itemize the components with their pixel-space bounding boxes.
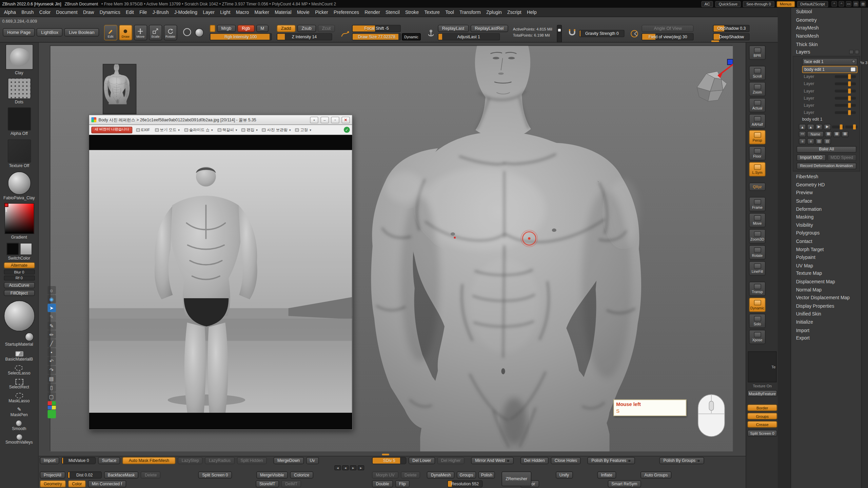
tray-notch[interactable] <box>382 454 389 455</box>
polyframe-button[interactable]: LineFill <box>749 261 766 276</box>
replay-last-rel-button[interactable]: ReplayLastRel <box>470 25 508 32</box>
palette-section[interactable]: Displacement Map <box>791 278 861 286</box>
mergedown-button[interactable]: MergeDown <box>274 457 304 464</box>
startup-material-sphere[interactable] <box>4 301 35 331</box>
palette-section[interactable]: NanoMesh <box>791 32 861 40</box>
menu-item[interactable]: Render <box>364 9 380 15</box>
alternate-toggle[interactable]: Alternate <box>4 262 35 268</box>
geometry-toggle[interactable]: Geometry <box>40 480 66 487</box>
menu-item[interactable]: Transform <box>459 9 481 15</box>
visibility-icon[interactable]: ◉ <box>47 295 56 303</box>
resolution-slider[interactable]: Resolution 552 <box>447 480 483 487</box>
basic-material-icon[interactable] <box>15 351 23 357</box>
flip-button[interactable]: Flip <box>395 480 410 487</box>
objshadow-slider[interactable]: ObjShadow 0.3 <box>713 25 750 32</box>
z-intensity-slider[interactable]: Z Intensity 14 <box>277 33 332 40</box>
layer-rows-icon[interactable]: ▤ <box>815 138 823 144</box>
morph-uv-button[interactable]: Morph UV <box>372 471 398 479</box>
main-color-swatch[interactable] <box>6 243 19 255</box>
see-through-slider[interactable]: See-through 0 <box>743 1 774 7</box>
clipboard-icon[interactable]: ▢ <box>47 392 56 401</box>
dynamesh-polish-toggle[interactable]: Polish <box>478 471 495 479</box>
uv-button[interactable]: Uv <box>306 457 319 464</box>
menu-item[interactable]: Light <box>220 9 230 15</box>
palette-section[interactable]: Polypaint <box>791 253 861 262</box>
brightness-icon[interactable]: ☼ <box>47 286 56 294</box>
layer-intensity-slider[interactable] <box>835 111 856 114</box>
layer-row-empty[interactable]: Layer <box>802 95 857 102</box>
zadd-toggle[interactable]: Zadd <box>277 25 296 32</box>
rotate-mode-button[interactable]: Rotate <box>164 25 177 40</box>
photo-library-menu[interactable]: 사진 보관함 ▼ <box>262 127 291 133</box>
palette-section[interactable]: Thick Skin <box>791 40 861 48</box>
smart-resym-button[interactable]: Smart ReSym <box>608 480 641 487</box>
grid-icon[interactable]: ▦ <box>860 1 866 6</box>
sidebar-item-smoothvalleys[interactable]: SmoothValleys <box>5 434 33 445</box>
double-toggle[interactable]: Double <box>372 480 393 487</box>
palette-section[interactable]: Unified Skin <box>791 310 861 318</box>
photo-viewer-window[interactable]: Body 사진 레퍼런스 > 26e1c1eef58ae9ab0122abd39… <box>88 115 353 430</box>
ac-button[interactable]: AC <box>701 1 713 7</box>
layer-grid-icon[interactable]: ▦ <box>833 131 840 137</box>
palette-section[interactable]: Morph Target <box>791 245 861 253</box>
edit-mode-button[interactable]: Edit <box>104 25 117 40</box>
mergevisible-button[interactable]: MergeVisible <box>256 471 288 479</box>
current-stroke-thumbnail[interactable] <box>7 78 31 99</box>
menu-item[interactable]: Brush <box>21 9 34 15</box>
persp-toggle[interactable]: Persp <box>749 130 766 144</box>
nav-button[interactable]: Live Boolean <box>64 28 99 36</box>
layer-list-icon[interactable]: ≡ <box>799 138 806 144</box>
rgb-toggle[interactable]: Rgb <box>237 25 254 32</box>
edit-menu[interactable]: 편집 ▼ <box>242 127 258 133</box>
transparency-toggle[interactable]: Transp <box>749 282 766 296</box>
projectall-button[interactable]: ProjectAll <box>40 471 65 479</box>
rf-slider[interactable]: Rf 0 <box>4 276 35 281</box>
zoom-button[interactable]: Zoom <box>749 82 766 96</box>
palette-section[interactable]: Visibility <box>791 221 861 229</box>
xpose-button[interactable]: Xpose <box>749 330 766 344</box>
palette-section[interactable]: ArrayMesh <box>791 24 861 32</box>
menu-item[interactable]: Stencil <box>386 9 400 15</box>
adjust-last-slider[interactable]: AdjustLast 1 <box>438 33 500 40</box>
menus-toggle[interactable]: Menus <box>776 1 795 7</box>
gravity-magnet-icon[interactable] <box>567 27 578 38</box>
menu-item[interactable]: Alpha <box>4 9 16 15</box>
palette-section[interactable]: Export <box>791 334 861 342</box>
angle-of-view-button[interactable]: Angle Of View <box>642 25 694 32</box>
draw-size-slider[interactable]: Draw Size 77.02378 <box>352 33 401 40</box>
preview-vertical-slider[interactable] <box>557 25 562 42</box>
layer-row-empty[interactable]: Layer <box>802 81 857 87</box>
layer-grid-icon[interactable]: ▦ <box>825 131 832 137</box>
pen-off-icon[interactable]: ✎ <box>47 312 56 321</box>
record-dot-icon[interactable] <box>852 60 855 63</box>
scale-mode-button[interactable]: Scale <box>149 25 162 40</box>
note-icon[interactable]: ▯ <box>47 383 56 391</box>
lazyradius-slider[interactable]: LazyRadius <box>205 457 235 464</box>
palette-section[interactable]: Normal Map <box>791 286 861 294</box>
record-icon[interactable] <box>851 67 855 71</box>
solo-toggle[interactable]: Solo <box>749 314 766 328</box>
sdiv-slider[interactable]: SDiv 5 <box>372 457 406 464</box>
current-texture-thumbnail[interactable] <box>7 139 31 163</box>
scroll-button[interactable]: Scroll <box>749 66 766 80</box>
texture-on-label[interactable]: Texture On <box>753 384 772 388</box>
layers-section-header[interactable]: Layers <box>791 48 861 56</box>
del-hidden-button[interactable]: Del Hidden <box>520 457 548 464</box>
menu-item[interactable]: Material <box>275 9 291 15</box>
palette-section[interactable]: Subtool <box>791 8 861 16</box>
rgb-intensity-slider[interactable]: Rgb Intensity 100 <box>210 33 272 40</box>
surface-button[interactable]: Surface <box>98 457 120 464</box>
layer-intensity-slider[interactable] <box>835 104 856 107</box>
layer-row-empty[interactable]: Layer <box>802 102 857 109</box>
pin-menu[interactable]: 고정 ▼ <box>295 127 312 133</box>
palette-section[interactable]: Display Properties <box>791 302 861 310</box>
dynamic-toggle[interactable]: Dynamic <box>749 298 766 312</box>
paint-swatch[interactable] <box>210 25 215 32</box>
floor-toggle[interactable]: Floor <box>749 146 766 160</box>
menu-item[interactable]: Stroke <box>405 9 419 15</box>
palette-section[interactable]: Import <box>791 326 861 334</box>
zoom3d-button[interactable]: Zoom3D <box>749 229 766 243</box>
fillobject-button[interactable]: FillObject <box>4 290 35 296</box>
menu-item[interactable]: Zplugin <box>486 9 502 15</box>
delmt-button[interactable]: DelMT <box>281 480 301 487</box>
